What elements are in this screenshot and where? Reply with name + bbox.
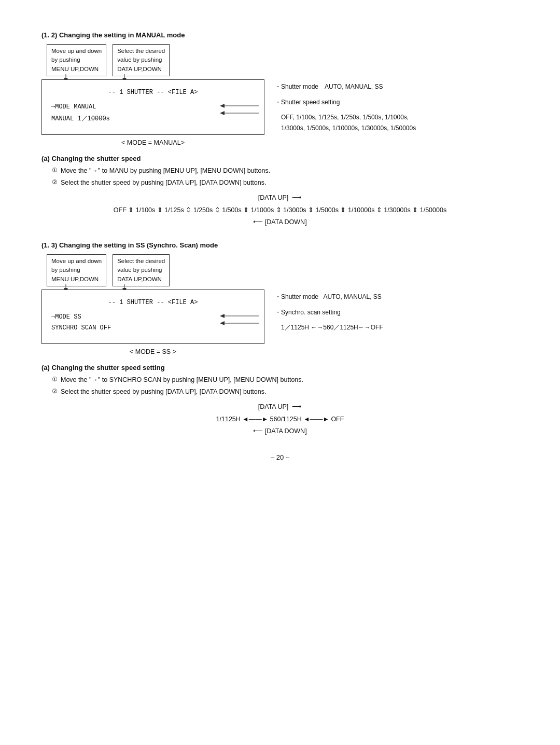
data-flow-2: [DATA UP] ⟶ 1/1125H ◄——► 560/1125H ◄——► … xyxy=(41,401,519,438)
mode-label-1: < MODE = MANUAL> xyxy=(41,139,264,146)
step-1-2a-2: ② Select the shutter speed by pushing [D… xyxy=(52,177,519,188)
diagram-area-2: -- 1 SHUTTER -- <FILE A> →MODE SS SYNCHR… xyxy=(41,289,539,344)
note-shutter-mode-2: ・Shutter mode AUTO, MANUAL, SS xyxy=(275,292,534,303)
note-speed-values-1: OFF, 1/100s, 1/125s, 1/250s, 1/500s, 1/1… xyxy=(281,112,534,133)
svg-marker-7 xyxy=(220,111,225,115)
sub-section-1-2a-title: (a) Changing the shutter speed xyxy=(41,155,519,162)
section-1-2-title: (1. 2) Changing the setting in MANUAL mo… xyxy=(41,31,519,39)
sub-section-1-2a: (a) Changing the shutter speed ① Move th… xyxy=(41,155,519,229)
arrow-right-2 xyxy=(218,105,270,121)
section-1-3-title: (1. 3) Changing the setting in SS (Synch… xyxy=(41,241,519,249)
notes-col-1: ・Shutter mode AUTO, MANUAL, SS ・Shutter … xyxy=(275,79,534,133)
note-synchro-values: 1／1125H ←→560／1125H←→OFF xyxy=(281,322,534,334)
note-synchro-1: ・Synchro. scan setting xyxy=(275,307,534,319)
screen-line1-2: -- 1 SHUTTER -- <FILE A> xyxy=(51,297,255,309)
sub-section-1-3a: (a) Changing the shutter speed setting ①… xyxy=(41,364,519,438)
arrow-right-4 xyxy=(218,315,270,331)
diagram-area-1: -- 1 SHUTTER -- <FILE A> →MODE MANUAL MA… xyxy=(41,79,539,135)
callout-row-1: Move up and down by pushing MENU UP,DOWN… xyxy=(47,44,170,76)
callout-data-1: Select the desired value by pushing DATA… xyxy=(113,44,170,76)
section-1-2: (1. 2) Changing the setting in MANUAL mo… xyxy=(41,31,519,229)
data-flow-1: [DATA UP] ⟶ OFF ⇕ 1/100s ⇕ 1/125s ⇕ 1/25… xyxy=(41,192,519,229)
callout-row-2: Move up and down by pushing MENU UP,DOWN… xyxy=(47,254,170,286)
step-1-2a-1: ① Move the "→" to MANU by pushing [MENU … xyxy=(52,165,519,176)
mode-label-2: < MODE = SS > xyxy=(41,348,264,355)
step-1-3a-2: ② Select the shutter speed by pushing [D… xyxy=(52,387,519,397)
svg-marker-15 xyxy=(220,321,225,325)
callout-data-2: Select the desired value by pushing DATA… xyxy=(113,254,170,286)
note-shutter-mode-1: ・Shutter mode AUTO, MANUAL, SS xyxy=(275,81,534,93)
callout-menu-1: Move up and down by pushing MENU UP,DOWN xyxy=(47,44,106,76)
step-1-3a-1: ① Move the "→" to SYNCHRO SCAN by pushin… xyxy=(52,375,519,385)
section-1-3: (1. 3) Changing the setting in SS (Synch… xyxy=(41,241,519,438)
screen-line1-1: -- 1 SHUTTER -- <FILE A> xyxy=(51,87,255,99)
page-number: – 20 – xyxy=(41,453,519,461)
note-shutter-speed-1: ・Shutter speed setting xyxy=(275,97,534,108)
notes-col-2: ・Shutter mode AUTO, MANUAL, SS ・Synchro.… xyxy=(275,289,534,334)
callout-menu-2: Move up and down by pushing MENU UP,DOWN xyxy=(47,254,106,286)
sub-section-1-3a-title: (a) Changing the shutter speed setting xyxy=(41,364,519,371)
